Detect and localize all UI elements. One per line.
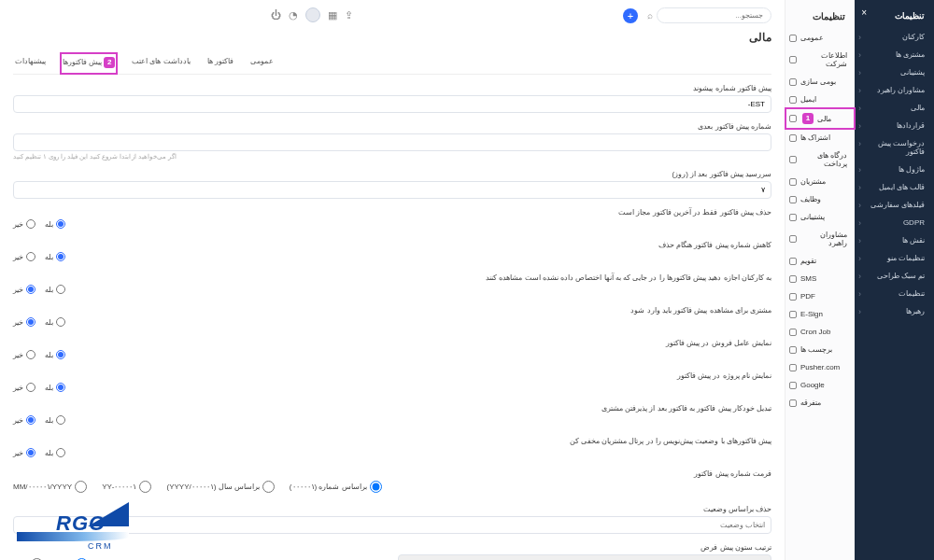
field-prefix: پیش فاکتور شماره پیشوند [13, 84, 771, 113]
submenu-item-0[interactable]: عمومی [785, 29, 855, 47]
radio-yes[interactable]: بله [45, 448, 65, 457]
search-icon[interactable]: ⌕ [647, 10, 653, 21]
power-icon[interactable]: ⏻ [271, 9, 281, 21]
option-row-0: حذف پیش فاکتور فقط در آخرین فاکتور مجاز … [13, 208, 771, 231]
submenu-item-1[interactable]: اطلاعات شرکت [785, 47, 855, 73]
submenu-item-8[interactable]: وظایف [785, 190, 855, 208]
radio-yes[interactable]: بله [45, 383, 65, 392]
radio-no[interactable]: خیر [13, 448, 35, 457]
option-label: حذف پیش فاکتور فقط در آخرین فاکتور مجاز … [13, 208, 771, 217]
submenu-item-14[interactable]: E-Sign [785, 305, 855, 323]
fmt-option-3[interactable]: MM/۰۰۰۰۰۱/YYYY [13, 481, 87, 493]
clock-icon[interactable]: ◔ [289, 9, 298, 21]
submenu-item-13[interactable]: PDF [785, 287, 855, 305]
radio-no[interactable]: خیر [13, 415, 35, 425]
submenu-icon [789, 96, 797, 104]
submenu-item-11[interactable]: تقویم [785, 252, 855, 270]
sidebar-item-1[interactable]: مشتری ها [855, 46, 934, 63]
sidebar-item-8[interactable]: قالب های ایمیل [855, 178, 934, 196]
radio-no[interactable]: خیر [13, 350, 35, 359]
share-icon[interactable]: ⇪ [345, 9, 353, 21]
submenu-item-18[interactable]: Google [785, 376, 855, 394]
submenu-icon [789, 178, 797, 186]
sidebar-item-13[interactable]: تم سبک طراحی [855, 267, 934, 285]
sidebar-item-12[interactable]: تنظیمات منو [855, 249, 934, 267]
option-label: نمایش عامل فروش در پیش فاکتور [13, 339, 771, 347]
search-input[interactable] [657, 7, 771, 23]
submenu-item-7[interactable]: مشتریان [785, 173, 855, 190]
tab-0[interactable]: عمومی [248, 53, 276, 74]
sidebar-item-11[interactable]: نقش ها [855, 231, 934, 249]
fmt-option-0[interactable]: براساس شماره (۰۰۰۰۰۱) [290, 481, 382, 493]
tab-3[interactable]: 2پیش فاکتورها [61, 53, 117, 74]
radio-yes[interactable]: بله [45, 350, 65, 359]
input-next[interactable] [13, 133, 771, 151]
radio-yes[interactable]: بله [45, 317, 65, 327]
option-label: به کارکنان اجازه دهید پیش فاکتورها را در… [13, 273, 771, 282]
submenu-item-16[interactable]: برچسب ها [785, 341, 855, 358]
select-sort-field[interactable]: ترتیب ستون [398, 554, 771, 560]
settings-submenu: تنظیمات عمومیاطلاعات شرکتبومی سازیایمیلم… [785, 0, 855, 560]
field-format: فرمت شماره پیش فاکتور براساس شماره (۰۰۰۰… [13, 469, 771, 496]
sidebar-item-0[interactable]: کارکنان [855, 28, 934, 46]
sidebar-item-10[interactable]: GDPR [855, 214, 934, 231]
radio-no[interactable]: خیر [13, 383, 35, 392]
label-prefix: پیش فاکتور شماره پیشوند [13, 84, 771, 92]
radio-yes[interactable]: بله [45, 219, 65, 229]
main-content: ⌕ + ⇪ ▦ ◔ ⏻ مالی عمومیفاکتور هایادداشت ه… [0, 0, 785, 560]
grid-icon[interactable]: ▦ [328, 9, 337, 21]
tab-4[interactable]: پیشنهادات [13, 53, 48, 74]
radio-yes[interactable]: بله [45, 415, 65, 425]
submenu-item-15[interactable]: Cron Job [785, 323, 855, 341]
submenu-item-9[interactable]: پشتیبانی [785, 208, 855, 226]
sidebar-item-4[interactable]: مالی [855, 99, 934, 117]
sidebar-item-7[interactable]: ماژول ها [855, 161, 934, 178]
label-due: سررسید پیش فاکتور بعد از (روز) [13, 170, 771, 178]
input-prefix[interactable] [13, 95, 771, 113]
label-sort: ترتیب ستون پیش فرض [398, 543, 771, 552]
submenu-item-4[interactable]: مالی1 [785, 108, 855, 129]
submenu-item-5[interactable]: اشتراک ها [785, 129, 855, 147]
submenu-item-19[interactable]: متفرقه [785, 394, 855, 412]
submenu-icon [789, 364, 797, 371]
sidebar-item-15[interactable]: رهبرها [855, 302, 934, 320]
radio-yes[interactable]: بله [45, 285, 65, 294]
radio-no[interactable]: خیر [13, 285, 35, 294]
radio-no[interactable]: خیر [13, 317, 35, 327]
input-due[interactable] [13, 181, 771, 199]
option-row-6: تبدیل خودکار پیش فاکتور به فاکتور بعد از… [13, 404, 771, 427]
option-row-2: به کارکنان اجازه دهید پیش فاکتورها را در… [13, 273, 771, 297]
tab-2[interactable]: یادداشت های اعتب [130, 53, 191, 74]
submenu-item-2[interactable]: بومی سازی [785, 73, 855, 91]
sidebar-item-5[interactable]: قراردادها [855, 117, 934, 134]
radio-yes[interactable]: بله [45, 252, 65, 261]
radio-no[interactable]: خیر [13, 219, 35, 229]
submenu-item-6[interactable]: درگاه های پرداخت [785, 147, 855, 173]
submenu-icon [789, 258, 797, 265]
tab-1[interactable]: فاکتور ها [205, 53, 235, 74]
sidebar-item-9[interactable]: قیلدهای سفارشی [855, 196, 934, 214]
option-label: کاهش شماره پیش فاکتور هنگام حذف [13, 241, 771, 249]
close-icon[interactable]: × [861, 7, 867, 18]
option-row-4: نمایش عامل فروش در پیش فاکتوربلهخیر [13, 339, 771, 362]
avatar[interactable] [305, 7, 320, 22]
sidebar-item-2[interactable]: پشتیبانی [855, 63, 934, 81]
submenu-item-12[interactable]: SMS [785, 270, 855, 287]
submenu-item-17[interactable]: Pusher.com [785, 358, 855, 376]
topbar: ⌕ + ⇪ ▦ ◔ ⏻ [13, 7, 771, 23]
submenu-item-10[interactable]: مشاوران راهبرد [785, 226, 855, 252]
page-title: مالی [13, 31, 771, 44]
radio-no[interactable]: خیر [13, 252, 35, 261]
submenu-icon [789, 235, 797, 243]
submenu-item-3[interactable]: ایمیل [785, 91, 855, 108]
submenu-icon [789, 214, 797, 221]
sidebar-item-3[interactable]: مشاوران راهبرد [855, 81, 934, 99]
submenu-icon [789, 196, 797, 203]
hint-next: اگر می‌خواهید از ابتدا شروع کنید این فیل… [13, 153, 771, 161]
fmt-option-2[interactable]: ۰۰۰۰۰۱-YY [102, 481, 151, 493]
sidebar-item-14[interactable]: تنظیمات [855, 285, 934, 302]
submenu-icon [789, 115, 797, 122]
add-button[interactable]: + [623, 8, 638, 23]
fmt-option-1[interactable]: براساس سال (YYYY/۰۰۰۰۰۱) [166, 481, 274, 493]
sidebar-item-6[interactable]: درخواست پیش فاکتور [855, 134, 934, 161]
